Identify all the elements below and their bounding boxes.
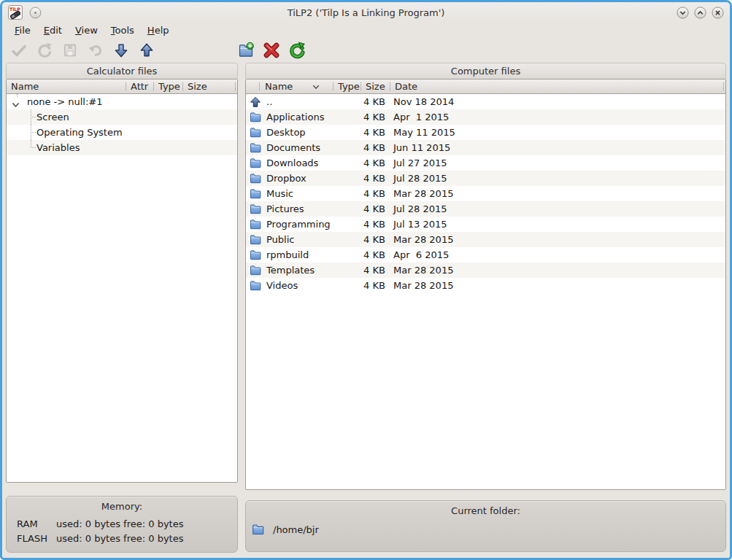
file-row-desktop[interactable]: Desktop4 KBMay 11 2015 <box>246 125 725 140</box>
menu-item-file[interactable]: File <box>8 24 37 36</box>
tree-expander-icon[interactable] <box>12 99 20 105</box>
memory-value: used: 0 bytes free: 0 bytes <box>56 517 183 532</box>
tree-guide <box>31 147 36 148</box>
file-row-rpmbuild[interactable]: rpmbuild4 KBApr 6 2015 <box>246 247 725 262</box>
tree-root-label: none -> null:#1 <box>27 96 103 107</box>
computer-files-panel-title: Computer files <box>245 63 726 79</box>
calc-column-header-attr[interactable]: Attr <box>126 79 153 93</box>
computer-column-header-type[interactable]: Type <box>333 79 361 93</box>
calculator-files-column-header: NameAttrTypeSize <box>7 79 237 94</box>
file-row-music[interactable]: Music4 KBMar 28 2015 <box>246 186 725 201</box>
file-size: 4 KB <box>361 158 390 168</box>
file-size: 4 KB <box>361 127 390 138</box>
file-row-videos[interactable]: Videos4 KBMar 28 2015 <box>246 278 725 293</box>
tree-root-row[interactable]: none -> null:#1 <box>7 94 237 109</box>
toolbar-undo-button <box>87 42 104 59</box>
current-folder-row: /home/bjr <box>246 524 725 536</box>
file-name: Documents <box>266 142 320 153</box>
calc-column-header-size[interactable]: Size <box>182 79 235 93</box>
file-name: Videos <box>266 280 298 291</box>
folder-icon <box>250 280 266 292</box>
menu-item-help[interactable]: Help <box>141 24 176 36</box>
up-arrow-icon <box>250 96 266 108</box>
tree-item-label: Variables <box>36 142 80 153</box>
memory-row-ram: RAMused: 0 bytes free: 0 bytes <box>17 517 237 532</box>
current-folder-title: Current folder: <box>246 505 725 516</box>
tree-item-label: Screen <box>36 112 69 122</box>
file-name: Downloads <box>266 158 318 168</box>
svg-text:TiLP: TiLP <box>9 7 20 12</box>
file-row-downloads[interactable]: Downloads4 KBJul 27 2015 <box>246 155 725 171</box>
tree-item-operating-system[interactable]: Operating System <box>7 125 237 140</box>
file-date: Mar 28 2015 <box>390 234 725 245</box>
toolbar-send-to-calculator-button[interactable] <box>112 42 130 59</box>
toolbar-refresh-files-button[interactable] <box>288 42 306 59</box>
toolbar-reload-button <box>36 42 53 59</box>
toolbar <box>2 37 730 63</box>
file-row-parent-dir[interactable]: ..4 KBNov 18 2014 <box>246 94 725 109</box>
folder-icon <box>250 265 266 276</box>
file-row-programming[interactable]: Programming4 KBJul 13 2015 <box>246 217 725 232</box>
main-area: Calculator files NameAttrTypeSize none -… <box>6 63 726 554</box>
file-size: 4 KB <box>361 96 390 107</box>
menu-item-view[interactable]: View <box>69 24 104 36</box>
folder-icon <box>250 234 266 246</box>
memory-label: RAM <box>17 517 56 532</box>
tilp-app-icon[interactable]: TiLP <box>8 5 23 20</box>
file-date: Jul 28 2015 <box>390 173 725 184</box>
file-row-applications[interactable]: Applications4 KBApr 1 2015 <box>246 109 725 125</box>
tree-item-screen[interactable]: Screen <box>7 109 237 125</box>
calculator-files-panel-title: Calculator files <box>6 63 238 79</box>
computer-column-header-name[interactable]: Name <box>246 79 333 93</box>
minimize-button[interactable] <box>677 7 689 19</box>
current-folder-panel: Current folder: /home/bjr <box>245 500 726 552</box>
folder-icon <box>250 249 266 261</box>
calculator-files-list[interactable]: NameAttrTypeSize none -> null:#1ScreenOp… <box>6 79 238 483</box>
tree-item-variables[interactable]: Variables <box>7 140 237 155</box>
window-title: TiLP2 ('Tilp Is a Linking Program') <box>2 7 730 18</box>
computer-files-rows: ..4 KBNov 18 2014Applications4 KBApr 1 2… <box>246 94 725 489</box>
file-row-dropbox[interactable]: Dropbox4 KBJul 28 2015 <box>246 171 725 186</box>
maximize-button[interactable] <box>694 7 706 19</box>
file-row-documents[interactable]: Documents4 KBJun 11 2015 <box>246 140 725 155</box>
tree-guide <box>17 94 18 97</box>
memory-value: used: 0 bytes free: 0 bytes <box>56 532 183 546</box>
file-name: Public <box>266 234 294 245</box>
computer-column-header-date[interactable]: Date <box>390 79 723 93</box>
file-name: Templates <box>266 265 315 276</box>
file-row-pictures[interactable]: Pictures4 KBJul 28 2015 <box>246 201 725 217</box>
toolbar-new-folder-button[interactable] <box>237 42 255 59</box>
folder-icon <box>250 219 266 230</box>
folder-icon <box>250 142 266 154</box>
menu-item-edit[interactable]: Edit <box>37 24 69 36</box>
toolbar-save-button <box>61 42 79 59</box>
calc-column-header-name[interactable]: Name <box>7 79 126 93</box>
tilp2-window: TiLP TiLP2 ('Tilp Is a Linking Program')… <box>0 0 732 560</box>
menubar: FileEditViewToolsHelp <box>2 23 730 37</box>
file-row-public[interactable]: Public4 KBMar 28 2015 <box>246 232 725 247</box>
memory-label: FLASH <box>17 532 56 546</box>
memory-rows: RAMused: 0 bytes free: 0 bytesFLASHused:… <box>7 517 237 546</box>
file-date: Jul 27 2015 <box>390 158 725 168</box>
folder-icon <box>250 158 266 169</box>
folder-icon <box>250 127 266 139</box>
close-button[interactable] <box>712 7 724 19</box>
pin-icon[interactable] <box>29 7 42 19</box>
computer-files-column-header: NameTypeSizeDate <box>246 79 725 94</box>
toolbar-receive-from-calculator-button[interactable] <box>138 42 155 59</box>
computer-files-list[interactable]: NameTypeSizeDate ..4 KBNov 18 2014Applic… <box>245 79 726 490</box>
folder-icon <box>250 188 266 200</box>
folder-icon <box>252 524 264 536</box>
menu-item-tools[interactable]: Tools <box>104 24 141 36</box>
file-name: rpmbuild <box>266 249 309 260</box>
file-row-templates[interactable]: Templates4 KBMar 28 2015 <box>246 262 725 278</box>
file-date: Mar 28 2015 <box>390 188 725 199</box>
calculator-files-rows: none -> null:#1ScreenOperating SystemVar… <box>7 94 237 482</box>
file-name: Programming <box>266 219 331 230</box>
computer-column-header-size[interactable]: Size <box>361 79 390 93</box>
file-date: Jun 11 2015 <box>390 142 725 153</box>
toolbar-delete-button[interactable] <box>263 42 280 59</box>
titlebar: TiLP TiLP2 ('Tilp Is a Linking Program') <box>2 2 730 23</box>
calc-column-header-type[interactable]: Type <box>153 79 182 93</box>
folder-icon <box>250 112 266 123</box>
